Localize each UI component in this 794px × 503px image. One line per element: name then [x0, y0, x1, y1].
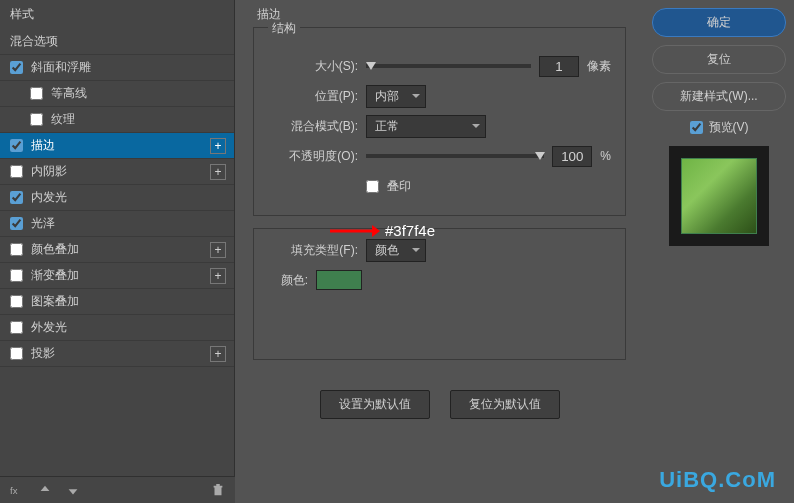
- color-hex-annotation: #3f7f4e: [385, 222, 435, 239]
- effects-sidebar: 样式 混合选项 斜面和浮雕 等高线 纹理 描边+ 内阴影+ 内发光 光泽 颜色叠…: [0, 0, 235, 503]
- fill-fieldset: x 填充类型(F): 颜色 颜色:: [253, 228, 626, 360]
- sidebar-item-satin[interactable]: 光泽: [0, 211, 234, 237]
- blend-label: 混合模式(B):: [268, 118, 358, 135]
- cancel-button[interactable]: 复位: [652, 45, 786, 74]
- sidebar-item-blend-options[interactable]: 混合选项: [0, 29, 234, 55]
- position-dropdown[interactable]: 内部: [366, 85, 426, 108]
- sidebar-item-label: 颜色叠加: [31, 241, 79, 258]
- sidebar-item-label: 外发光: [31, 319, 67, 336]
- opacity-label: 不透明度(O):: [268, 148, 358, 165]
- sidebar-item-gradient-overlay[interactable]: 渐变叠加+: [0, 263, 234, 289]
- opacity-slider[interactable]: [366, 154, 544, 158]
- sidebar-item-inner-shadow[interactable]: 内阴影+: [0, 159, 234, 185]
- structure-fieldset: 结构 大小(S): 像素 位置(P): 内部 混合模式(B): 正常 不透明度(…: [253, 27, 626, 216]
- add-icon[interactable]: +: [210, 138, 226, 154]
- sidebar-item-label: 图案叠加: [31, 293, 79, 310]
- checkbox-satin[interactable]: [10, 217, 23, 230]
- trash-icon[interactable]: [211, 483, 225, 497]
- arrow-down-icon[interactable]: [66, 483, 80, 497]
- sidebar-item-stroke[interactable]: 描边+: [0, 133, 234, 159]
- checkbox-color-overlay[interactable]: [10, 243, 23, 256]
- checkbox-inner-glow[interactable]: [10, 191, 23, 204]
- checkbox-drop-shadow[interactable]: [10, 347, 23, 360]
- checkbox-outer-glow[interactable]: [10, 321, 23, 334]
- opacity-unit: %: [600, 149, 611, 163]
- overprint-checkbox[interactable]: [366, 180, 379, 193]
- add-icon[interactable]: +: [210, 242, 226, 258]
- checkbox-texture[interactable]: [30, 113, 43, 126]
- action-panel: 确定 复位 新建样式(W)... 预览(V): [644, 0, 794, 503]
- sidebar-item-color-overlay[interactable]: 颜色叠加+: [0, 237, 234, 263]
- settings-panel: 描边 结构 大小(S): 像素 位置(P): 内部 混合模式(B): 正常 不透…: [235, 0, 644, 503]
- watermark: UiBQ.CoM: [659, 467, 776, 493]
- add-icon[interactable]: +: [210, 346, 226, 362]
- size-label: 大小(S):: [268, 58, 358, 75]
- fx-icon[interactable]: fx: [10, 483, 24, 497]
- sidebar-item-label: 渐变叠加: [31, 267, 79, 284]
- fill-type-dropdown[interactable]: 颜色: [366, 239, 426, 262]
- checkbox-stroke[interactable]: [10, 139, 23, 152]
- color-label: 颜色:: [268, 272, 308, 289]
- reset-default-button[interactable]: 复位为默认值: [450, 390, 560, 419]
- sidebar-item-outer-glow[interactable]: 外发光: [0, 315, 234, 341]
- sidebar-item-pattern-overlay[interactable]: 图案叠加: [0, 289, 234, 315]
- arrow-up-icon[interactable]: [38, 483, 52, 497]
- preview-label: 预览(V): [709, 119, 749, 136]
- panel-title: 描边: [253, 6, 626, 23]
- blend-dropdown[interactable]: 正常: [366, 115, 486, 138]
- opacity-input[interactable]: [552, 146, 592, 167]
- sidebar-footer: fx: [0, 476, 235, 503]
- sidebar-item-label: 投影: [31, 345, 55, 362]
- sidebar-item-label: 内阴影: [31, 163, 67, 180]
- overprint-label: 叠印: [387, 178, 411, 195]
- set-default-button[interactable]: 设置为默认值: [320, 390, 430, 419]
- color-swatch[interactable]: [316, 270, 362, 290]
- size-slider[interactable]: [366, 64, 531, 68]
- preview-thumbnail: [681, 158, 757, 234]
- add-icon[interactable]: +: [210, 268, 226, 284]
- svg-text:fx: fx: [10, 485, 18, 496]
- size-input[interactable]: [539, 56, 579, 77]
- sidebar-item-label: 斜面和浮雕: [31, 59, 91, 76]
- position-label: 位置(P):: [268, 88, 358, 105]
- sidebar-item-drop-shadow[interactable]: 投影+: [0, 341, 234, 367]
- sidebar-item-texture[interactable]: 纹理: [0, 107, 234, 133]
- preview-checkbox[interactable]: [690, 121, 703, 134]
- checkbox-pattern-overlay[interactable]: [10, 295, 23, 308]
- fill-type-label: 填充类型(F):: [268, 242, 358, 259]
- add-icon[interactable]: +: [210, 164, 226, 180]
- checkbox-contour[interactable]: [30, 87, 43, 100]
- sidebar-item-contour[interactable]: 等高线: [0, 81, 234, 107]
- sidebar-item-label: 纹理: [51, 111, 75, 128]
- sidebar-header: 样式: [0, 0, 234, 29]
- sidebar-item-label: 混合选项: [10, 33, 58, 50]
- checkbox-bevel[interactable]: [10, 61, 23, 74]
- checkbox-inner-shadow[interactable]: [10, 165, 23, 178]
- new-style-button[interactable]: 新建样式(W)...: [652, 82, 786, 111]
- sidebar-item-label: 等高线: [51, 85, 87, 102]
- sidebar-item-label: 内发光: [31, 189, 67, 206]
- sidebar-item-inner-glow[interactable]: 内发光: [0, 185, 234, 211]
- sidebar-item-label: 描边: [31, 137, 55, 154]
- size-unit: 像素: [587, 58, 611, 75]
- sidebar-item-label: 光泽: [31, 215, 55, 232]
- ok-button[interactable]: 确定: [652, 8, 786, 37]
- checkbox-gradient-overlay[interactable]: [10, 269, 23, 282]
- struct-title: 结构: [268, 20, 300, 37]
- sidebar-item-bevel[interactable]: 斜面和浮雕: [0, 55, 234, 81]
- preview-box: [669, 146, 769, 246]
